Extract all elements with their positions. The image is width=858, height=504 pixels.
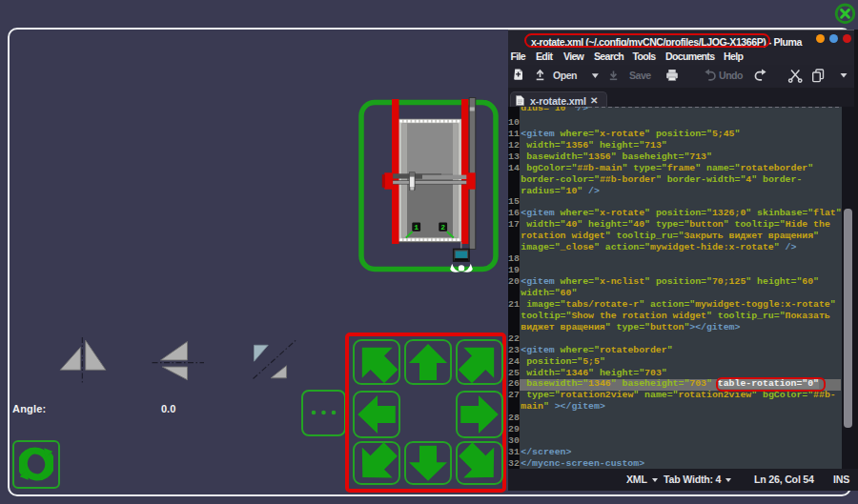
svg-text:2: 2: [440, 223, 445, 232]
svg-text:1: 1: [414, 223, 419, 232]
